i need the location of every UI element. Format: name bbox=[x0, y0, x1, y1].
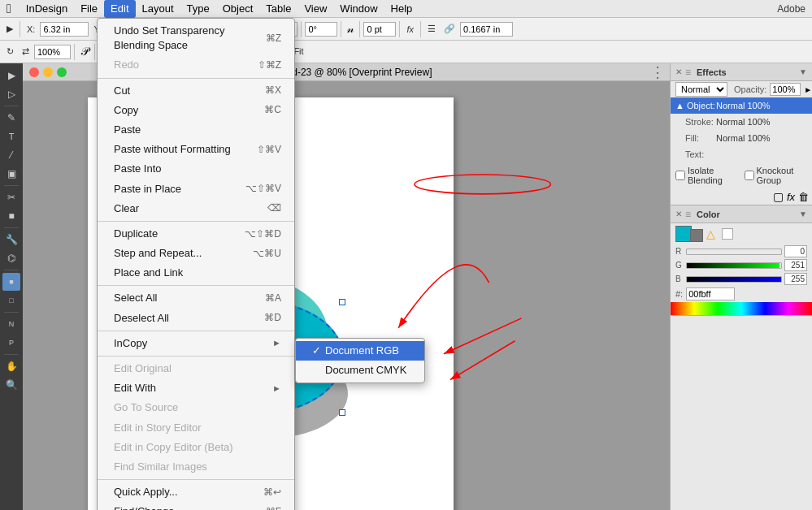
g-bar-bg[interactable] bbox=[686, 262, 782, 269]
angle-input[interactable] bbox=[305, 22, 337, 37]
effects-fx-icon[interactable]: fx bbox=[787, 191, 795, 203]
tool-rect[interactable]: ▣ bbox=[2, 165, 20, 183]
tool-preview-mode[interactable]: P bbox=[2, 334, 20, 352]
menu-paste[interactable]: Paste bbox=[98, 120, 294, 140]
tool-select[interactable]: ▶ bbox=[2, 67, 20, 84]
menu-edit-story[interactable]: Edit in Story Editor bbox=[98, 418, 294, 438]
tool-pen[interactable]: ✎ bbox=[2, 109, 20, 127]
zoom-input[interactable] bbox=[34, 45, 71, 59]
tool-type[interactable]: T bbox=[2, 128, 20, 145]
effects-delete-icon[interactable]: 🗑 bbox=[798, 191, 809, 203]
menu-quick-apply[interactable]: Quick Apply... ⌘↩ bbox=[98, 482, 294, 502]
effects-panel-close[interactable]: ✕ bbox=[675, 67, 682, 76]
knockout-group-label[interactable]: Knockout Group bbox=[745, 166, 808, 185]
menubar-layout[interactable]: Layout bbox=[136, 0, 180, 18]
color-panel-close[interactable]: ✕ bbox=[675, 210, 682, 218]
opacity-input[interactable] bbox=[770, 83, 801, 96]
menu-find-change[interactable]: Find/Change... ⌘F bbox=[98, 502, 294, 510]
effects-object-row[interactable]: ▲ Object: Normal 100% bbox=[671, 97, 812, 114]
menu-duplicate[interactable]: Duplicate ⌥⇧⌘D bbox=[98, 224, 294, 244]
close-button[interactable] bbox=[29, 67, 39, 77]
tool-free-transform[interactable]: ■ bbox=[2, 207, 20, 225]
tool-normal-mode[interactable]: N bbox=[2, 315, 20, 333]
g-input[interactable] bbox=[784, 259, 807, 271]
isolate-blending-checkbox[interactable] bbox=[675, 171, 685, 180]
tool-line[interactable]: ∕ bbox=[2, 146, 20, 164]
menu-paste-place[interactable]: Paste in Place ⌥⇧⌘V bbox=[98, 179, 294, 199]
rotate-icon[interactable]: ↻ bbox=[3, 45, 17, 58]
panel-expand-icon[interactable]: ⋮ bbox=[650, 63, 665, 81]
tool-stroke[interactable]: □ bbox=[2, 292, 20, 309]
x-input[interactable] bbox=[40, 22, 89, 37]
menubar-indesign[interactable]: InDesign bbox=[20, 0, 74, 18]
menu-edit-copy[interactable]: Edit in Copy Editor (Beta) bbox=[98, 438, 294, 457]
menubar-type[interactable]: Type bbox=[180, 0, 216, 18]
type-icon[interactable]: 𝒫 bbox=[78, 43, 91, 60]
paper-swatch[interactable] bbox=[722, 228, 733, 240]
r-input[interactable] bbox=[784, 245, 807, 257]
menubar-table[interactable]: Table bbox=[259, 0, 297, 18]
color-spectrum[interactable] bbox=[671, 302, 812, 315]
tool-measure[interactable]: ⌬ bbox=[2, 249, 20, 267]
maximize-button[interactable] bbox=[57, 67, 67, 77]
ppi-input[interactable] bbox=[460, 22, 513, 37]
menu-place-link[interactable]: Place and Link bbox=[98, 263, 294, 283]
menu-deselect-all[interactable]: Deselect All ⌘D bbox=[98, 309, 294, 328]
flip-icon[interactable]: ⇄ bbox=[19, 45, 33, 58]
color-panel-expand[interactable]: ▼ bbox=[799, 210, 807, 218]
menu-paste-into[interactable]: Paste Into bbox=[98, 159, 294, 179]
submenu-document-cmyk[interactable]: Document CMYK bbox=[296, 361, 424, 380]
menubar-help[interactable]: Help bbox=[384, 0, 419, 18]
relink-icon[interactable]: 🔗 bbox=[441, 22, 458, 36]
stroke-swatch[interactable] bbox=[690, 229, 703, 242]
effects-text-row[interactable]: Text: bbox=[671, 146, 812, 162]
menu-redo[interactable]: Redo ⇧⌘Z bbox=[98, 55, 294, 75]
menu-find-similar[interactable]: Find Similar Images bbox=[98, 457, 294, 477]
menu-copy[interactable]: Copy ⌘C bbox=[98, 101, 294, 120]
menu-edit-original[interactable]: Edit Original bbox=[98, 359, 294, 378]
apple-icon[interactable]:  bbox=[7, 2, 11, 16]
blend-mode-select[interactable]: Normal Multiply Screen bbox=[675, 82, 727, 97]
effects-mask-icon[interactable]: ▢ bbox=[773, 190, 784, 203]
tool-direct-select[interactable]: ▷ bbox=[2, 85, 20, 103]
fill-swatch[interactable] bbox=[675, 226, 692, 242]
menu-edit-with[interactable]: Edit With ► bbox=[98, 378, 294, 398]
submenu-document-rgb[interactable]: ✓ Document RGB bbox=[296, 341, 424, 361]
menu-step-repeat[interactable]: Step and Repeat... ⌥⌘U bbox=[98, 244, 294, 263]
effects-fill-row[interactable]: Fill: Normal 100% bbox=[671, 130, 812, 146]
menubar-object[interactable]: Object bbox=[216, 0, 260, 18]
effects-panel-expand[interactable]: ▼ bbox=[799, 67, 807, 76]
menu-undo[interactable]: Undo Set Transparency Blending Space ⌘Z bbox=[98, 21, 294, 55]
menu-incopy[interactable]: InCopy ► bbox=[98, 334, 294, 353]
menubar-edit[interactable]: Edit bbox=[104, 0, 135, 18]
minimize-button[interactable] bbox=[43, 67, 53, 77]
knockout-group-checkbox[interactable] bbox=[745, 171, 754, 180]
opacity-chevron[interactable]: ► bbox=[804, 85, 812, 94]
b-input[interactable] bbox=[784, 273, 807, 285]
tool-hand[interactable]: ✋ bbox=[2, 357, 20, 375]
menu-clear[interactable]: Clear ⌫ bbox=[98, 199, 294, 218]
tool-fill[interactable]: ■ bbox=[2, 273, 20, 291]
fx-label[interactable]: fx bbox=[403, 23, 417, 36]
menu-cut[interactable]: Cut ⌘X bbox=[98, 81, 294, 101]
isolate-blending-label[interactable]: Isolate Blending bbox=[675, 166, 738, 185]
menu-go-to-source[interactable]: Go To Source bbox=[98, 398, 294, 417]
hex-input[interactable]: 00fbff bbox=[686, 287, 735, 300]
menubar-view[interactable]: View bbox=[297, 0, 333, 18]
align-icons[interactable]: ☰ bbox=[424, 22, 439, 36]
tool-zoom[interactable]: 🔍 bbox=[2, 376, 20, 394]
stroke-input[interactable] bbox=[363, 22, 396, 37]
b-bar-bg[interactable] bbox=[686, 276, 782, 283]
menubar-window[interactable]: Window bbox=[333, 0, 384, 18]
tool-scissors[interactable]: ✂ bbox=[2, 188, 20, 206]
tool-eyedropper[interactable]: 🔧 bbox=[2, 231, 20, 249]
tool-select-icon[interactable]: ▶ bbox=[3, 22, 16, 36]
handle-tr[interactable] bbox=[339, 299, 345, 305]
menubar-file[interactable]: File bbox=[74, 0, 104, 18]
r-bar-bg[interactable] bbox=[686, 249, 782, 255]
menu-select-all[interactable]: Select All ⌘A bbox=[98, 288, 294, 308]
menu-paste-without[interactable]: Paste without Formatting ⇧⌘V bbox=[98, 140, 294, 159]
effects-stroke-row[interactable]: Stroke: Normal 100% bbox=[671, 114, 812, 130]
handle-br[interactable] bbox=[339, 409, 345, 416]
transform-icon[interactable]: 𝓃 bbox=[345, 22, 356, 36]
